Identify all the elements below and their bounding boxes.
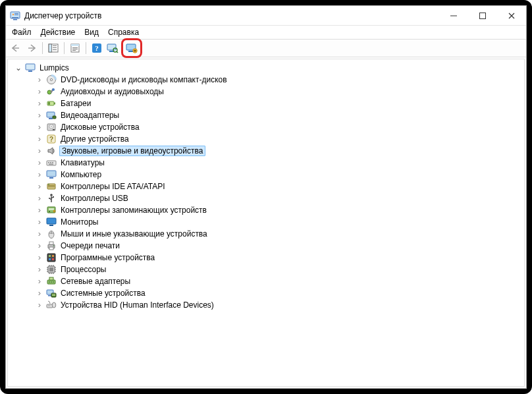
menu-help[interactable]: Справка [103,26,144,38]
expander-icon[interactable] [36,183,43,190]
expander-icon[interactable] [36,218,43,226]
svg-rect-2 [13,19,17,20]
tree-node[interactable]: Видеоадаптеры [26,109,523,121]
tree-root-node[interactable]: Lumpics [13,62,523,74]
svg-rect-30 [26,64,35,70]
audio-jack-icon [46,86,57,97]
expander-icon[interactable] [36,88,43,96]
svg-line-25 [117,51,118,53]
expander-icon[interactable] [36,123,43,131]
software-icon [46,252,57,263]
disc-icon [46,74,57,85]
window-title: Диспетчер устройств [24,11,101,20]
system-icon [46,288,57,298]
menu-file[interactable]: Файл [7,26,36,38]
tree-node-label: Мыши и иные указывающие устройства [59,229,209,239]
expander-icon[interactable] [36,254,43,262]
tree-node[interactable]: Звуковые, игровые и видеоустройства [26,145,523,157]
expander-icon[interactable] [36,194,43,202]
svg-rect-17 [72,47,78,48]
svg-point-3 [13,13,14,14]
close-button[interactable] [497,6,526,25]
expander-icon[interactable] [36,206,43,214]
ide-icon [46,181,57,192]
toolbar-properties-button[interactable] [68,41,82,55]
tree-node-label: Клавиатуры [59,158,106,167]
toolbar-help-button[interactable]: ? [90,41,104,55]
expander-icon[interactable] [14,64,22,72]
tree-node[interactable]: Системные устройства [26,287,523,299]
toolbar-forward-button[interactable] [24,41,39,55]
tree-node[interactable]: Компьютер [26,169,523,181]
expander-icon[interactable] [36,289,43,297]
svg-rect-14 [53,49,57,50]
unknown-icon [46,134,57,144]
svg-rect-9 [28,47,35,48]
tree-node[interactable]: Другие устройства [26,133,523,145]
tree-node[interactable]: Аудиовходы и аудиовыходы [26,86,523,98]
svg-rect-6 [450,15,457,16]
expander-icon[interactable] [36,230,43,238]
tree-node-label: Контроллеры USB [59,194,130,203]
svg-rect-13 [53,47,57,48]
expander-icon[interactable] [36,171,43,179]
tree-node[interactable]: Очереди печати [26,240,523,252]
svg-rect-19 [72,50,76,51]
expander-icon[interactable] [36,99,43,107]
expander-icon[interactable] [36,277,43,285]
device-manager-window: Диспетчер устройств Файл Действие Вид Сп… [5,5,527,389]
tree-node[interactable]: Сетевые адаптеры [26,275,523,287]
sound-icon [46,146,57,156]
toolbar-scan-hardware-button[interactable] [105,41,120,55]
expander-icon[interactable] [36,242,43,250]
battery-icon [46,98,57,109]
tree-root-label: Lumpics [38,63,70,72]
tree-node[interactable]: Процессоры [26,264,523,275]
tree-node-label: Системные устройства [59,289,147,298]
expander-icon[interactable] [36,111,43,119]
maximize-button[interactable] [468,6,497,25]
tree-node-label: Программные устройства [59,253,156,262]
svg-text:?: ? [95,44,99,52]
expander-icon[interactable] [36,301,43,309]
tree-node[interactable]: Клавиатуры [26,157,523,169]
app-icon [10,11,20,21]
toolbar-highlighted-button-frame [121,38,142,58]
tree-node[interactable]: Контроллеры IDE ATA/ATAPI [26,181,523,192]
toolbar-show-hide-tree-button[interactable] [46,41,61,55]
computer-icon [25,63,36,73]
monitor-icon [46,217,57,227]
expander-icon[interactable] [36,147,43,155]
tree-node[interactable]: Мониторы [26,216,523,228]
expander-icon[interactable] [36,266,43,273]
expander-icon[interactable] [36,135,43,143]
tree-node[interactable]: Батареи [26,98,523,109]
menu-view[interactable]: Вид [80,26,103,38]
tree-node[interactable]: Программные устройства [26,252,523,264]
tree-node-label: Контроллеры запоминающих устройств [59,206,208,215]
tree-node-label: Процессоры [59,265,108,274]
expander-icon[interactable] [36,76,43,84]
display-adapter-icon [46,110,57,121]
toolbar-add-legacy-hardware-button[interactable] [124,41,140,55]
minimize-button[interactable] [439,6,468,25]
toolbar: ? [6,39,526,57]
tree-node[interactable]: Мыши и иные указывающие устройства [26,228,523,240]
tree-node-label: Батареи [59,99,92,108]
tree-node[interactable]: Дисковые устройства [26,121,523,133]
tree-node[interactable]: Контроллеры USB [26,192,523,204]
toolbar-separator [42,42,43,54]
tree-node-label: Другие устройства [59,134,130,144]
expander-icon[interactable] [36,159,43,167]
svg-rect-22 [107,44,116,50]
tree-node-label: Мониторы [59,217,99,227]
tree-node-label: Устройства HID (Human Interface Devices) [59,300,215,310]
tree-node[interactable]: DVD-дисководы и дисководы компакт-дисков [26,74,523,86]
device-tree[interactable]: Lumpics DVD-дисководы и дисководы компак… [7,59,525,387]
tree-node[interactable]: Устройства HID (Human Interface Devices) [26,299,523,311]
tree-node[interactable]: Контроллеры запоминающих устройств [26,204,523,216]
svg-rect-5 [14,14,18,15]
tree-node-label: Очереди печати [59,241,121,250]
toolbar-back-button[interactable] [9,41,23,55]
menu-action[interactable]: Действие [36,26,80,38]
